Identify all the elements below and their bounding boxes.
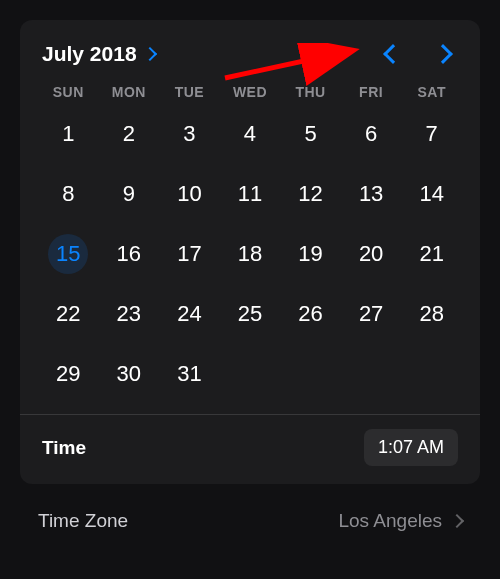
prev-month-button[interactable] bbox=[386, 47, 400, 61]
weekday-label: WED bbox=[220, 84, 281, 100]
day-cell[interactable]: 29 bbox=[38, 350, 99, 398]
chevron-right-icon bbox=[450, 514, 464, 528]
timezone-value: Los Angeles bbox=[338, 510, 442, 532]
day-number: 19 bbox=[291, 234, 331, 274]
day-number: 15 bbox=[48, 234, 88, 274]
day-cell[interactable]: 20 bbox=[341, 230, 402, 278]
month-selector-button[interactable]: July 2018 bbox=[42, 42, 155, 66]
day-cell[interactable]: 25 bbox=[220, 290, 281, 338]
day-cell[interactable]: 12 bbox=[280, 170, 341, 218]
day-cell[interactable]: 5 bbox=[280, 110, 341, 158]
day-cell[interactable]: 28 bbox=[401, 290, 462, 338]
day-number: 17 bbox=[169, 234, 209, 274]
chevron-left-icon bbox=[383, 44, 403, 64]
month-year-label: July 2018 bbox=[42, 42, 137, 66]
day-number: 29 bbox=[48, 354, 88, 394]
day-cell[interactable]: 15 bbox=[38, 230, 99, 278]
day-number: 1 bbox=[48, 114, 88, 154]
day-cell[interactable]: 6 bbox=[341, 110, 402, 158]
day-cell[interactable]: 10 bbox=[159, 170, 220, 218]
day-cell[interactable]: 24 bbox=[159, 290, 220, 338]
weekday-label: SAT bbox=[401, 84, 462, 100]
time-picker-button[interactable]: 1:07 AM bbox=[364, 429, 458, 466]
day-cell-empty bbox=[341, 350, 402, 398]
day-number: 3 bbox=[169, 114, 209, 154]
time-label: Time bbox=[42, 437, 86, 459]
day-number: 25 bbox=[230, 294, 270, 334]
day-number: 6 bbox=[351, 114, 391, 154]
weekday-label: FRI bbox=[341, 84, 402, 100]
day-number: 4 bbox=[230, 114, 270, 154]
day-number: 24 bbox=[169, 294, 209, 334]
day-number: 14 bbox=[412, 174, 452, 214]
day-number: 13 bbox=[351, 174, 391, 214]
day-cell[interactable]: 27 bbox=[341, 290, 402, 338]
day-cell-empty bbox=[280, 350, 341, 398]
day-number: 27 bbox=[351, 294, 391, 334]
day-cell[interactable]: 31 bbox=[159, 350, 220, 398]
chevron-right-icon bbox=[143, 47, 157, 61]
day-number: 20 bbox=[351, 234, 391, 274]
day-number: 21 bbox=[412, 234, 452, 274]
day-cell[interactable]: 19 bbox=[280, 230, 341, 278]
weekday-label: THU bbox=[280, 84, 341, 100]
weekday-label: SUN bbox=[38, 84, 99, 100]
day-cell[interactable]: 2 bbox=[99, 110, 160, 158]
day-number: 5 bbox=[291, 114, 331, 154]
calendar-header: July 2018 bbox=[38, 42, 462, 66]
day-number: 28 bbox=[412, 294, 452, 334]
day-number: 26 bbox=[291, 294, 331, 334]
day-number: 22 bbox=[48, 294, 88, 334]
calendar-days-grid: 1234567891011121314151617181920212223242… bbox=[38, 110, 462, 398]
day-cell[interactable]: 30 bbox=[99, 350, 160, 398]
day-number: 7 bbox=[412, 114, 452, 154]
day-number: 18 bbox=[230, 234, 270, 274]
day-cell[interactable]: 4 bbox=[220, 110, 281, 158]
day-cell[interactable]: 8 bbox=[38, 170, 99, 218]
chevron-right-icon bbox=[433, 44, 453, 64]
date-time-panel: July 2018 SUN MON TUE WED THU FRI SAT 12… bbox=[20, 20, 480, 484]
day-number: 10 bbox=[169, 174, 209, 214]
day-number: 2 bbox=[109, 114, 149, 154]
next-month-button[interactable] bbox=[436, 47, 450, 61]
day-cell[interactable]: 13 bbox=[341, 170, 402, 218]
day-number: 30 bbox=[109, 354, 149, 394]
weekday-header-row: SUN MON TUE WED THU FRI SAT bbox=[38, 84, 462, 100]
timezone-label: Time Zone bbox=[38, 510, 128, 532]
day-cell[interactable]: 7 bbox=[401, 110, 462, 158]
day-cell[interactable]: 3 bbox=[159, 110, 220, 158]
day-cell-empty bbox=[220, 350, 281, 398]
day-cell[interactable]: 18 bbox=[220, 230, 281, 278]
timezone-value-button[interactable]: Los Angeles bbox=[338, 510, 462, 532]
day-cell[interactable]: 26 bbox=[280, 290, 341, 338]
day-cell[interactable]: 23 bbox=[99, 290, 160, 338]
day-number: 8 bbox=[48, 174, 88, 214]
time-row: Time 1:07 AM bbox=[38, 415, 462, 466]
day-cell[interactable]: 17 bbox=[159, 230, 220, 278]
day-cell[interactable]: 22 bbox=[38, 290, 99, 338]
day-number: 11 bbox=[230, 174, 270, 214]
day-number: 23 bbox=[109, 294, 149, 334]
weekday-label: TUE bbox=[159, 84, 220, 100]
month-nav-controls bbox=[386, 47, 458, 61]
day-cell[interactable]: 9 bbox=[99, 170, 160, 218]
day-cell[interactable]: 1 bbox=[38, 110, 99, 158]
day-cell[interactable]: 14 bbox=[401, 170, 462, 218]
timezone-row[interactable]: Time Zone Los Angeles bbox=[20, 510, 480, 532]
day-cell-empty bbox=[401, 350, 462, 398]
day-number: 9 bbox=[109, 174, 149, 214]
day-number: 16 bbox=[109, 234, 149, 274]
day-number: 12 bbox=[291, 174, 331, 214]
day-number: 31 bbox=[169, 354, 209, 394]
day-cell[interactable]: 16 bbox=[99, 230, 160, 278]
day-cell[interactable]: 11 bbox=[220, 170, 281, 218]
day-cell[interactable]: 21 bbox=[401, 230, 462, 278]
weekday-label: MON bbox=[99, 84, 160, 100]
